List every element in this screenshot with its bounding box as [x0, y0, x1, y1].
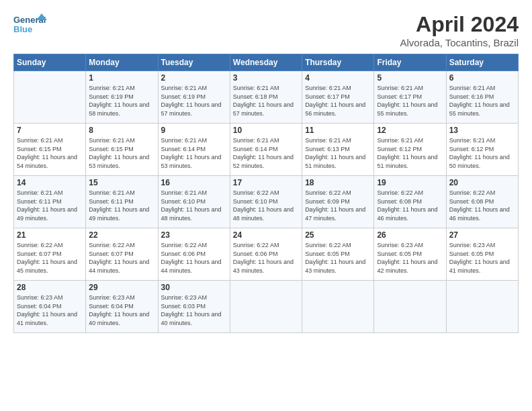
- calendar-cell: 30 Sunrise: 6:23 AMSunset: 6:03 PMDaylig…: [158, 281, 230, 333]
- day-info: Sunrise: 6:22 AMSunset: 6:07 PMDaylight:…: [89, 242, 149, 274]
- day-info: Sunrise: 6:21 AMSunset: 6:11 PMDaylight:…: [17, 189, 77, 222]
- day-info: Sunrise: 6:22 AMSunset: 6:08 PMDaylight:…: [449, 189, 510, 222]
- calendar-cell: 6 Sunrise: 6:21 AMSunset: 6:16 PMDayligh…: [446, 71, 518, 124]
- day-info: Sunrise: 6:21 AMSunset: 6:12 PMDaylight:…: [377, 137, 437, 169]
- calendar-cell: 17 Sunrise: 6:22 AMSunset: 6:10 PMDaylig…: [230, 176, 302, 228]
- day-number: 29: [89, 283, 154, 292]
- day-info: Sunrise: 6:22 AMSunset: 6:06 PMDaylight:…: [233, 242, 294, 274]
- calendar-cell: 23 Sunrise: 6:22 AMSunset: 6:06 PMDaylig…: [158, 228, 230, 281]
- day-number: 25: [305, 230, 371, 240]
- day-number: 26: [377, 230, 443, 240]
- calendar-cell: 21 Sunrise: 6:22 AMSunset: 6:07 PMDaylig…: [14, 228, 86, 281]
- day-info: Sunrise: 6:21 AMSunset: 6:13 PMDaylight:…: [305, 137, 365, 169]
- day-info: Sunrise: 6:22 AMSunset: 6:10 PMDaylight:…: [233, 189, 294, 222]
- col-header-thursday: Thursday: [302, 54, 374, 71]
- day-info: Sunrise: 6:21 AMSunset: 6:19 PMDaylight:…: [161, 85, 222, 117]
- day-info: Sunrise: 6:21 AMSunset: 6:17 PMDaylight:…: [305, 85, 365, 117]
- day-number: 10: [233, 126, 299, 135]
- calendar-cell: 1 Sunrise: 6:21 AMSunset: 6:19 PMDayligh…: [86, 71, 158, 124]
- calendar-cell: 10 Sunrise: 6:21 AMSunset: 6:14 PMDaylig…: [230, 124, 302, 176]
- col-header-friday: Friday: [374, 54, 446, 71]
- day-number: 30: [161, 283, 227, 292]
- day-info: Sunrise: 6:23 AMSunset: 6:05 PMDaylight:…: [377, 242, 437, 274]
- day-info: Sunrise: 6:22 AMSunset: 6:06 PMDaylight:…: [161, 242, 222, 274]
- col-header-wednesday: Wednesday: [230, 54, 302, 71]
- day-info: Sunrise: 6:21 AMSunset: 6:14 PMDaylight:…: [161, 137, 222, 169]
- day-number: 14: [17, 178, 83, 187]
- calendar-cell: 12 Sunrise: 6:21 AMSunset: 6:12 PMDaylig…: [374, 124, 446, 176]
- calendar-cell: 8 Sunrise: 6:21 AMSunset: 6:15 PMDayligh…: [86, 124, 158, 176]
- day-info: Sunrise: 6:23 AMSunset: 6:03 PMDaylight:…: [161, 294, 222, 326]
- day-number: 4: [305, 73, 371, 83]
- day-number: 20: [449, 178, 515, 187]
- day-number: 22: [89, 230, 154, 240]
- day-info: Sunrise: 6:22 AMSunset: 6:09 PMDaylight:…: [305, 189, 365, 222]
- day-number: 17: [233, 178, 299, 187]
- day-number: 21: [17, 230, 83, 240]
- day-number: 7: [17, 126, 83, 135]
- day-info: Sunrise: 6:22 AMSunset: 6:05 PMDaylight:…: [305, 242, 365, 274]
- day-number: 18: [305, 178, 371, 187]
- page-title: April 2024: [400, 12, 519, 37]
- calendar-cell: 26 Sunrise: 6:23 AMSunset: 6:05 PMDaylig…: [374, 228, 446, 281]
- calendar-cell: 3 Sunrise: 6:21 AMSunset: 6:18 PMDayligh…: [230, 71, 302, 124]
- day-number: 16: [161, 178, 227, 187]
- day-number: 27: [449, 230, 515, 240]
- day-number: 15: [89, 178, 154, 187]
- calendar-cell: 5 Sunrise: 6:21 AMSunset: 6:17 PMDayligh…: [374, 71, 446, 124]
- calendar-cell: 15 Sunrise: 6:21 AMSunset: 6:11 PMDaylig…: [86, 176, 158, 228]
- calendar-cell: 9 Sunrise: 6:21 AMSunset: 6:14 PMDayligh…: [158, 124, 230, 176]
- col-header-sunday: Sunday: [14, 54, 86, 71]
- calendar-cell: 19 Sunrise: 6:22 AMSunset: 6:08 PMDaylig…: [374, 176, 446, 228]
- calendar-cell: 25 Sunrise: 6:22 AMSunset: 6:05 PMDaylig…: [302, 228, 374, 281]
- day-number: 13: [449, 126, 515, 135]
- day-info: Sunrise: 6:21 AMSunset: 6:11 PMDaylight:…: [89, 189, 149, 222]
- calendar-cell: [446, 281, 518, 333]
- day-number: 12: [377, 126, 443, 135]
- day-info: Sunrise: 6:21 AMSunset: 6:16 PMDaylight:…: [449, 85, 510, 117]
- calendar-cell: 29 Sunrise: 6:23 AMSunset: 6:04 PMDaylig…: [86, 281, 158, 333]
- logo-svg: General Blue: [13, 12, 47, 40]
- day-info: Sunrise: 6:21 AMSunset: 6:14 PMDaylight:…: [233, 137, 294, 169]
- day-number: 3: [233, 73, 299, 83]
- day-number: 6: [449, 73, 515, 83]
- day-info: Sunrise: 6:21 AMSunset: 6:15 PMDaylight:…: [17, 137, 77, 169]
- calendar-cell: [14, 71, 86, 124]
- day-info: Sunrise: 6:21 AMSunset: 6:10 PMDaylight:…: [161, 189, 222, 222]
- calendar-cell: [302, 281, 374, 333]
- day-number: 9: [161, 126, 227, 135]
- col-header-saturday: Saturday: [446, 54, 518, 71]
- calendar-cell: [230, 281, 302, 333]
- day-info: Sunrise: 6:21 AMSunset: 6:15 PMDaylight:…: [89, 137, 149, 169]
- day-info: Sunrise: 6:23 AMSunset: 6:04 PMDaylight:…: [89, 294, 149, 326]
- calendar-cell: 4 Sunrise: 6:21 AMSunset: 6:17 PMDayligh…: [302, 71, 374, 124]
- day-number: 28: [17, 283, 83, 292]
- day-info: Sunrise: 6:22 AMSunset: 6:08 PMDaylight:…: [377, 189, 437, 222]
- calendar-cell: [374, 281, 446, 333]
- col-header-monday: Monday: [86, 54, 158, 71]
- day-info: Sunrise: 6:21 AMSunset: 6:17 PMDaylight:…: [377, 85, 437, 117]
- day-info: Sunrise: 6:23 AMSunset: 6:05 PMDaylight:…: [449, 242, 510, 274]
- logo: General Blue: [13, 12, 47, 40]
- calendar-cell: 13 Sunrise: 6:21 AMSunset: 6:12 PMDaylig…: [446, 124, 518, 176]
- day-info: Sunrise: 6:21 AMSunset: 6:18 PMDaylight:…: [233, 85, 294, 117]
- calendar-cell: 27 Sunrise: 6:23 AMSunset: 6:05 PMDaylig…: [446, 228, 518, 281]
- day-number: 1: [89, 73, 154, 83]
- day-number: 2: [161, 73, 227, 83]
- calendar-cell: 28 Sunrise: 6:23 AMSunset: 6:04 PMDaylig…: [14, 281, 86, 333]
- day-number: 23: [161, 230, 227, 240]
- day-info: Sunrise: 6:21 AMSunset: 6:12 PMDaylight:…: [449, 137, 510, 169]
- svg-text:Blue: Blue: [13, 24, 32, 34]
- day-number: 11: [305, 126, 371, 135]
- day-number: 24: [233, 230, 299, 240]
- calendar-cell: 7 Sunrise: 6:21 AMSunset: 6:15 PMDayligh…: [14, 124, 86, 176]
- day-number: 5: [377, 73, 443, 83]
- calendar-cell: 11 Sunrise: 6:21 AMSunset: 6:13 PMDaylig…: [302, 124, 374, 176]
- location-subtitle: Alvorada, Tocantins, Brazil: [400, 37, 519, 48]
- col-header-tuesday: Tuesday: [158, 54, 230, 71]
- day-info: Sunrise: 6:22 AMSunset: 6:07 PMDaylight:…: [17, 242, 77, 274]
- calendar-cell: 20 Sunrise: 6:22 AMSunset: 6:08 PMDaylig…: [446, 176, 518, 228]
- calendar-cell: 24 Sunrise: 6:22 AMSunset: 6:06 PMDaylig…: [230, 228, 302, 281]
- calendar-cell: 16 Sunrise: 6:21 AMSunset: 6:10 PMDaylig…: [158, 176, 230, 228]
- calendar-cell: 14 Sunrise: 6:21 AMSunset: 6:11 PMDaylig…: [14, 176, 86, 228]
